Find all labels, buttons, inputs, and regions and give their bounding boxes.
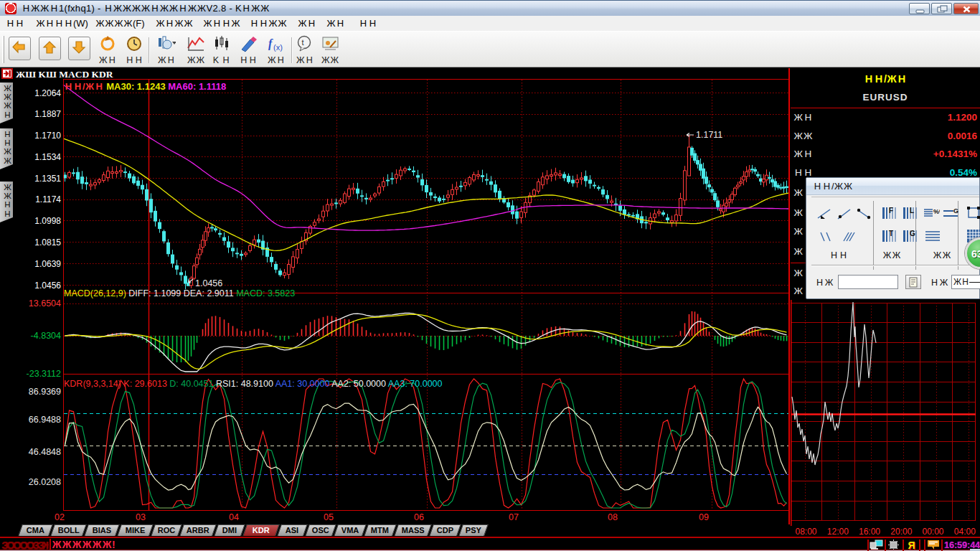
svg-text:09: 09 <box>699 512 709 522</box>
svg-text:1.1174: 1.1174 <box>35 194 61 204</box>
svg-text:G: G <box>910 230 915 237</box>
svg-text:(x): (x) <box>273 43 283 52</box>
svg-text:L: L <box>910 207 914 215</box>
svg-text:1.1887: 1.1887 <box>34 109 61 119</box>
svg-text:13.6504: 13.6504 <box>29 298 61 309</box>
svg-text:f: f <box>268 37 273 50</box>
svg-text:04: 04 <box>229 512 239 522</box>
svg-text:05: 05 <box>324 512 334 522</box>
svg-text:1.2064: 1.2064 <box>34 88 61 98</box>
svg-text:46.4848: 46.4848 <box>29 447 61 457</box>
svg-text:1.0456: 1.0456 <box>195 278 222 288</box>
svg-text:-23.3112: -23.3112 <box>27 369 61 379</box>
svg-text:1.0456: 1.0456 <box>34 281 61 291</box>
svg-text:1.1711: 1.1711 <box>696 130 722 140</box>
svg-text:06: 06 <box>414 512 424 522</box>
svg-text:1.1534: 1.1534 <box>34 152 61 162</box>
svg-text:G: G <box>953 207 958 215</box>
svg-text:1.0998: 1.0998 <box>34 216 61 226</box>
svg-text:t: t <box>302 38 304 47</box>
svg-text:26.0208: 26.0208 <box>29 477 61 487</box>
svg-text:1.1710: 1.1710 <box>34 131 61 141</box>
svg-text:T: T <box>889 230 893 237</box>
svg-text:%%: %% <box>933 208 940 215</box>
svg-text:1.0815: 1.0815 <box>34 237 61 248</box>
svg-text:08: 08 <box>608 512 618 522</box>
svg-text:1.0639: 1.0639 <box>34 259 61 269</box>
svg-text:86.9369: 86.9369 <box>29 387 61 397</box>
svg-text:07: 07 <box>509 512 519 522</box>
svg-text:03: 03 <box>136 512 146 522</box>
svg-text:1.1351: 1.1351 <box>34 174 61 184</box>
svg-text:02: 02 <box>55 512 65 522</box>
svg-text:-4.8304: -4.8304 <box>31 331 61 341</box>
svg-text:66.9488: 66.9488 <box>29 415 61 425</box>
svg-text:F: F <box>889 207 893 215</box>
